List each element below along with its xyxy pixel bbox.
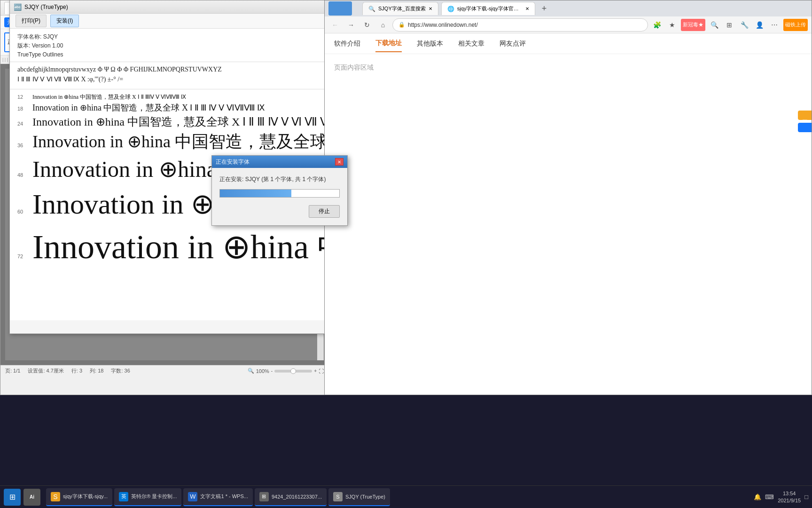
avatar-img	[328, 1, 352, 16]
browser-avatar	[328, 1, 352, 16]
taskbar-date: 2021/9/15	[778, 497, 801, 504]
taskbar-item-wps-icon: W	[188, 492, 197, 501]
browser-more-btn[interactable]: ⋯	[768, 19, 781, 31]
dialog-body: 正在安装: SJQY (第 1 个字体, 共 1 个字体) 停止	[212, 168, 347, 225]
progress-bar	[219, 189, 340, 198]
status-zoom-plus[interactable]: +	[314, 368, 317, 373]
nav-home-btn[interactable]: ⌂	[376, 18, 390, 32]
taskbar-item-sjqy[interactable]: S sjqy字体下载-sjqy...	[46, 488, 112, 506]
status-page: 页: 1/1	[5, 367, 20, 374]
taskbar-clock: 13:54 2021/9/15	[778, 490, 801, 504]
taskbar-item-sjqy2-label: SJQY (TrueType)	[345, 494, 385, 500]
browser-tab-2-favicon: 🌐	[447, 6, 454, 12]
address-text: https://www.onlinedown.net/	[408, 22, 642, 28]
install-dialog: 正在安装字体 ✕ 正在安装: SJQY (第 1 个字体, 共 1 个字体) 停…	[211, 155, 348, 226]
browser-content-placeholder: 页面内容区域	[334, 64, 802, 72]
status-zoom: 100%	[256, 368, 269, 374]
browser-grid-btn[interactable]: ⊞	[723, 19, 735, 31]
zoom-slider-thumb[interactable]	[290, 368, 296, 374]
dialog-message: 正在安装: SJQY (第 1 个字体, 共 1 个字体)	[219, 175, 340, 183]
browser-new-tab-btn[interactable]: +	[538, 4, 551, 14]
taskbar-time: 13:54	[778, 490, 801, 497]
taskbar-item-intel-label: 英特尔® 显卡控制...	[131, 493, 177, 500]
browser-new-crown-btn[interactable]: 新冠毒★	[681, 19, 705, 31]
taskbar-item-9424-label: 9424_20161223307...	[272, 494, 322, 500]
dialog-cancel-btn[interactable]: 停止	[309, 205, 340, 218]
browser-tab-2[interactable]: 🌐 sjqy字体下载-sjqy字体官方... ✕	[441, 2, 535, 15]
status-row: 行: 3	[71, 367, 82, 374]
browser-logo-area	[328, 1, 357, 16]
zoom-slider[interactable]	[274, 370, 312, 373]
dialog-title-text: 正在安装字体	[216, 158, 250, 166]
site-nav-intro[interactable]: 软件介绍	[334, 36, 360, 52]
taskbar: ⊞ Ai S sjqy字体下载-sjqy... 英 英特尔® 显卡控制... W…	[0, 485, 812, 508]
site-nav-other[interactable]: 其他版本	[417, 36, 443, 52]
taskbar-item-9424[interactable]: ⊞ 9424_20161223307...	[255, 488, 327, 506]
browser-toolbar: ← → ↻ ⌂ 🔒 https://www.onlinedown.net/ 🧩 …	[325, 16, 812, 33]
site-nav: 软件介绍 下载地址 其他版本 相关文章 网友点评	[325, 33, 812, 54]
status-settings: 设置值: 4.7厘米	[28, 367, 63, 374]
status-fullscreen-btn[interactable]: ⛶	[319, 368, 324, 374]
browser-search2-btn[interactable]: 🔍	[708, 19, 720, 31]
browser-content-area: 页面内容区域 软件截图 下载地址	[325, 54, 812, 383]
taskbar-item-9424-icon: ⊞	[259, 492, 269, 501]
address-bar[interactable]: 🔒 https://www.onlinedown.net/	[392, 18, 648, 32]
browser-main-content: 页面内容区域	[325, 54, 812, 383]
status-col: 列: 18	[90, 367, 103, 374]
taskbar-keyboard-icon[interactable]: ⌨	[765, 493, 774, 500]
browser-title-bar: 🔍 SJQY字体_百度搜索 ✕ 🌐 sjqy字体下载-sjqy字体官方... ✕…	[325, 0, 812, 16]
nav-back-btn[interactable]: ←	[328, 18, 342, 32]
dialog-close-btn[interactable]: ✕	[335, 158, 344, 166]
taskbar-item-sjqy2-icon: S	[333, 492, 343, 501]
browser-window: 🔍 SJQY字体_百度搜索 ✕ 🌐 sjqy字体下载-sjqy字体官方... ✕…	[324, 0, 812, 395]
taskbar-start-btn[interactable]: ⊞	[4, 489, 21, 506]
taskbar-item-intel-icon: 英	[119, 492, 128, 501]
progress-bar-fill	[220, 190, 291, 197]
browser-tab-2-close[interactable]: ✕	[525, 6, 529, 11]
taskbar-item-wps[interactable]: W 文字文稿1 * - WPS...	[183, 488, 252, 506]
taskbar-item-sjqy-icon: S	[51, 492, 60, 501]
status-zoom-icon[interactable]: 🔍	[248, 368, 254, 374]
taskbar-notification-icon[interactable]: 🔔	[754, 493, 761, 500]
wps-status-bar: 页: 1/1 设置值: 4.7厘米 行: 3 列: 18 字数: 36 🔍 10…	[0, 365, 328, 376]
dialog-btn-row: 停止	[219, 205, 340, 218]
address-lock-icon: 🔒	[398, 22, 405, 28]
browser-tab-1-favicon: 🔍	[368, 6, 375, 12]
nav-refresh-btn[interactable]: ↻	[360, 18, 374, 32]
taskbar-left: ⊞ Ai	[4, 489, 40, 506]
taskbar-item-intel[interactable]: 英 英特尔® 显卡控制...	[114, 488, 181, 506]
font-print-btn[interactable]: 打印(P)	[16, 15, 47, 27]
taskbar-action-center[interactable]: □	[804, 493, 808, 500]
browser-tab-1-close[interactable]: ✕	[429, 6, 432, 11]
font-window-icon: 🔤	[14, 3, 22, 11]
status-wordcount: 字数: 36	[111, 367, 130, 374]
browser-right-float: 软件截图 下载地址	[798, 111, 812, 132]
browser-tab-2-title: sjqy字体下载-sjqy字体官方...	[457, 5, 523, 12]
site-nav-comments[interactable]: 网友点评	[500, 36, 526, 52]
screen: 📄 文字文稿1 ✕ + 未登录 — □ ✕ 开始 插入 页面布局 引用 审阅	[0, 0, 812, 508]
browser-tab-1-title: SJQY字体_百度搜索	[378, 5, 426, 12]
taskbar-item-sjqy-label: sjqy字体下载-sjqy...	[63, 493, 108, 500]
browser-ext2-btn[interactable]: 🔧	[738, 19, 750, 31]
nav-forward-btn[interactable]: →	[344, 18, 358, 32]
browser-pin-btn[interactable]: 磁铁上传	[783, 19, 808, 31]
browser-user-btn[interactable]: 👤	[753, 19, 765, 31]
taskbar-item-wps-label: 文字文稿1 * - WPS...	[200, 493, 248, 500]
dialog-title-bar: 正在安装字体 ✕	[212, 156, 347, 168]
float-btn-screenshot[interactable]: 软件截图	[798, 111, 812, 120]
taskbar-right: 🔔 ⌨ 13:54 2021/9/15 □	[754, 490, 808, 504]
browser-toolbar-icons: 🧩 ★ 新冠毒★ 🔍 ⊞ 🔧 👤 ⋯ 磁铁上传	[651, 19, 808, 31]
browser-star-btn[interactable]: ★	[666, 19, 678, 31]
status-zoom-minus[interactable]: -	[271, 368, 273, 373]
font-install-btn[interactable]: 安装(I)	[50, 15, 79, 27]
browser-tab-1[interactable]: 🔍 SJQY字体_百度搜索 ✕	[362, 2, 438, 15]
site-nav-related[interactable]: 相关文章	[458, 36, 484, 52]
browser-ext-btn[interactable]: 🧩	[651, 19, 663, 31]
site-nav-download[interactable]: 下载地址	[375, 35, 402, 52]
float-btn-download[interactable]: 下载地址	[798, 123, 812, 132]
taskbar-ai-btn[interactable]: Ai	[23, 489, 40, 506]
taskbar-item-sjqy2[interactable]: S SJQY (TrueType)	[328, 488, 390, 506]
